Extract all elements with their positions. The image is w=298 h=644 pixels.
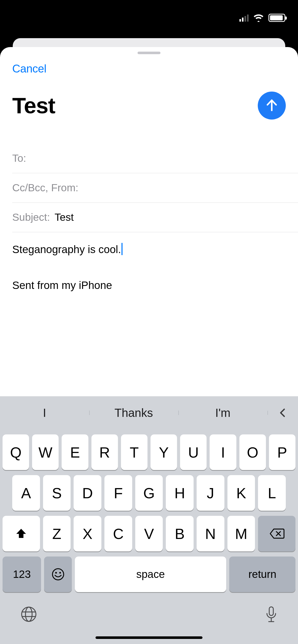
status-bar — [0, 0, 298, 36]
key-p[interactable]: P — [269, 434, 295, 470]
svg-point-0 — [52, 569, 64, 580]
key-s[interactable]: S — [43, 475, 71, 511]
backspace-key[interactable] — [258, 516, 295, 551]
key-f[interactable]: F — [104, 475, 132, 511]
microphone-icon — [265, 606, 278, 624]
key-b[interactable]: B — [166, 516, 194, 551]
svg-point-3 — [22, 607, 36, 621]
cellular-icon — [239, 14, 249, 22]
keyboard-row-3: Z X C V B N M — [0, 516, 298, 551]
shift-icon — [15, 527, 28, 540]
key-g[interactable]: G — [135, 475, 163, 511]
key-e[interactable]: E — [62, 434, 88, 470]
to-label: To: — [12, 152, 26, 164]
key-n[interactable]: N — [197, 516, 224, 551]
globe-key[interactable] — [20, 606, 37, 623]
suggestion-1[interactable]: I — [0, 406, 89, 420]
emoji-icon — [51, 568, 65, 581]
key-i[interactable]: I — [210, 434, 236, 470]
ccbcc-from-field[interactable]: Cc/Bcc, From: — [12, 173, 298, 203]
shift-key[interactable] — [3, 516, 40, 551]
key-j[interactable]: J — [197, 475, 224, 511]
backspace-icon — [269, 528, 285, 539]
keyboard: I Thanks I'm Q W E R T Y U I O P A S D F… — [0, 396, 298, 644]
key-t[interactable]: T — [121, 434, 147, 470]
svg-point-4 — [25, 607, 32, 621]
email-body[interactable]: Steganography is cool. Sent from my iPho… — [12, 232, 298, 292]
battery-icon — [268, 14, 285, 22]
key-o[interactable]: O — [239, 434, 266, 470]
key-l[interactable]: L — [258, 475, 286, 511]
arrow-up-icon — [265, 99, 279, 112]
keyboard-row-4: 123 space return — [0, 557, 298, 592]
return-key[interactable]: return — [229, 557, 295, 592]
send-button[interactable] — [258, 92, 286, 120]
collapse-suggestions-button[interactable] — [267, 408, 298, 417]
suggestion-3[interactable]: I'm — [178, 406, 267, 420]
key-m[interactable]: M — [227, 516, 255, 551]
chevron-left-icon — [278, 408, 287, 417]
dictation-key[interactable] — [265, 606, 278, 624]
wifi-icon — [253, 14, 264, 22]
key-c[interactable]: C — [104, 516, 132, 551]
key-x[interactable]: X — [74, 516, 101, 551]
sheet-grabber[interactable] — [138, 52, 160, 54]
signature-text: Sent from my iPhone — [12, 278, 286, 293]
globe-icon — [20, 606, 37, 623]
key-d[interactable]: D — [74, 475, 101, 511]
key-y[interactable]: Y — [151, 434, 177, 470]
cancel-button[interactable]: Cancel — [12, 62, 46, 75]
svg-point-2 — [59, 572, 61, 574]
text-cursor — [121, 243, 123, 255]
suggestion-2[interactable]: Thanks — [89, 406, 178, 420]
key-a[interactable]: A — [12, 475, 40, 511]
key-h[interactable]: H — [166, 475, 194, 511]
keyboard-row-2: A S D F G H J K L — [0, 475, 298, 511]
compose-title: Test — [12, 93, 55, 119]
svg-rect-5 — [269, 607, 273, 616]
svg-point-1 — [55, 572, 57, 574]
key-q[interactable]: Q — [3, 434, 29, 470]
key-u[interactable]: U — [180, 434, 207, 470]
emoji-key[interactable] — [44, 557, 72, 592]
key-r[interactable]: R — [91, 434, 118, 470]
suggestion-bar: I Thanks I'm — [0, 396, 298, 429]
key-k[interactable]: K — [227, 475, 255, 511]
keyboard-row-1: Q W E R T Y U I O P — [0, 434, 298, 470]
key-z[interactable]: Z — [43, 516, 71, 551]
key-w[interactable]: W — [32, 434, 59, 470]
subject-field[interactable]: Subject: Test — [12, 203, 298, 232]
to-field[interactable]: To: — [12, 144, 298, 173]
ccbcc-label: Cc/Bcc, From: — [12, 182, 78, 194]
subject-value: Test — [55, 211, 74, 223]
numeric-key[interactable]: 123 — [3, 557, 41, 592]
home-indicator[interactable] — [96, 636, 202, 639]
body-text: Steganography is cool. — [12, 243, 121, 255]
key-v[interactable]: V — [135, 516, 163, 551]
subject-label: Subject: — [12, 211, 50, 223]
space-key[interactable]: space — [75, 557, 226, 592]
